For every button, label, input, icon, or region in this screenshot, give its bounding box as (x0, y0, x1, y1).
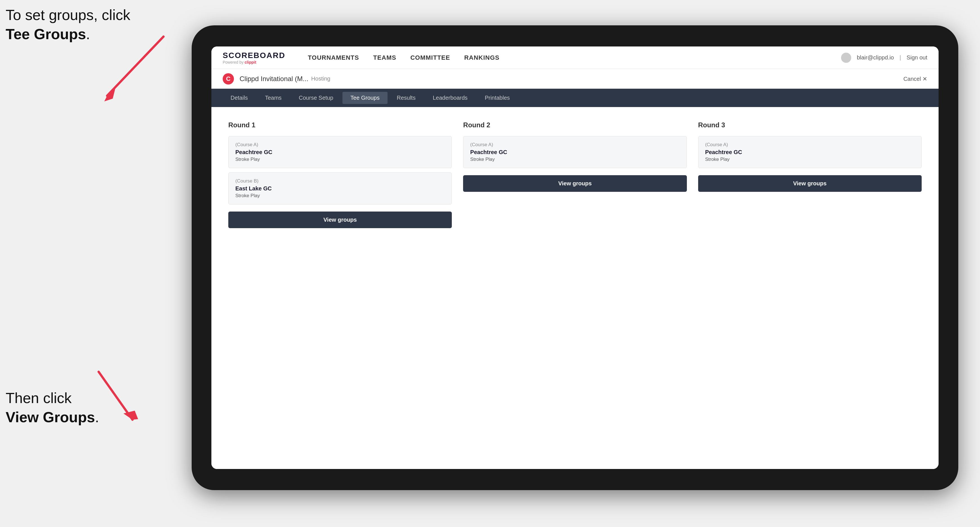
nav-tournaments[interactable]: TOURNAMENTS (308, 54, 359, 61)
round-3-view-groups-button[interactable]: View groups (698, 175, 922, 192)
instruction-top: To set groups, click Tee Groups. (6, 6, 130, 44)
tab-teams[interactable]: Teams (257, 92, 290, 104)
nav-committee[interactable]: COMMITTEE (410, 54, 450, 61)
round-2-course-a-name: Peachtree GC (470, 149, 679, 156)
round-1-column: Round 1 (Course A) Peachtree GC Stroke P… (228, 121, 452, 228)
rounds-container: Round 1 (Course A) Peachtree GC Stroke P… (228, 121, 922, 228)
tablet-shell: SCOREBOARD Powered by clippit TOURNAMENT… (192, 25, 958, 490)
logo-text: SCOREBOARD (223, 51, 285, 60)
logo-sub: Powered by clippit (223, 60, 285, 65)
svg-marker-1 (104, 87, 116, 102)
round-3-course-a-name: Peachtree GC (705, 149, 915, 156)
round-2-course-a-format: Stroke Play (470, 157, 679, 162)
top-nav: SCOREBOARD Powered by clippit TOURNAMENT… (212, 46, 939, 69)
tab-bar: Details Teams Course Setup Tee Groups Re… (212, 89, 939, 107)
tournament-logo: C (223, 73, 234, 84)
round-1-view-groups-button[interactable]: View groups (228, 211, 452, 228)
tournament-name: Clippd Invitational (M... (240, 75, 309, 83)
tab-leaderboards[interactable]: Leaderboards (425, 92, 475, 104)
sign-out-link[interactable]: Sign out (907, 54, 927, 61)
round-3-column: Round 3 (Course A) Peachtree GC Stroke P… (698, 121, 922, 228)
round-3-title: Round 3 (698, 121, 922, 129)
user-email: blair@clippd.io (857, 54, 894, 61)
round-1-course-a-format: Stroke Play (235, 157, 445, 162)
round-1-course-a-name: Peachtree GC (235, 149, 445, 156)
round-2-view-groups-button[interactable]: View groups (463, 175, 687, 192)
arrow-top-indicator (90, 34, 169, 107)
tournament-bar: C Clippd Invitational (M... Hosting Canc… (212, 69, 939, 89)
nav-teams[interactable]: TEAMS (373, 54, 396, 61)
round-3-course-a-label: (Course A) (705, 142, 915, 148)
tab-course-setup[interactable]: Course Setup (291, 92, 341, 104)
svg-marker-3 (124, 411, 138, 420)
round-1-course-b-name: East Lake GC (235, 185, 445, 192)
tab-results[interactable]: Results (389, 92, 424, 104)
tab-details[interactable]: Details (223, 92, 256, 104)
round-2-course-a-card: (Course A) Peachtree GC Stroke Play (463, 136, 687, 168)
svg-line-0 (107, 37, 164, 96)
round-1-course-a-label: (Course A) (235, 142, 445, 148)
tab-printables[interactable]: Printables (477, 92, 518, 104)
round-2-column: Round 2 (Course A) Peachtree GC Stroke P… (463, 121, 687, 228)
nav-right: blair@clippd.io | Sign out (841, 53, 927, 63)
nav-rankings[interactable]: RANKINGS (464, 54, 500, 61)
round-1-course-b-card: (Course B) East Lake GC Stroke Play (228, 172, 452, 205)
tournament-hosting: Hosting (311, 76, 330, 82)
round-3-course-a-card: (Course A) Peachtree GC Stroke Play (698, 136, 922, 168)
main-content: Round 1 (Course A) Peachtree GC Stroke P… (212, 107, 939, 469)
cancel-button[interactable]: Cancel ✕ (903, 76, 927, 82)
round-2-course-a-label: (Course A) (470, 142, 679, 148)
tablet-screen: SCOREBOARD Powered by clippit TOURNAMENT… (212, 46, 939, 469)
round-2-title: Round 2 (463, 121, 687, 129)
round-1-course-b-format: Stroke Play (235, 193, 445, 198)
round-3-course-a-format: Stroke Play (705, 157, 915, 162)
tab-tee-groups[interactable]: Tee Groups (342, 92, 387, 104)
round-1-course-a-card: (Course A) Peachtree GC Stroke Play (228, 136, 452, 168)
user-avatar (841, 53, 851, 63)
round-1-course-b-label: (Course B) (235, 178, 445, 184)
logo-area: SCOREBOARD Powered by clippit (223, 51, 285, 65)
svg-line-2 (99, 372, 132, 420)
round-1-title: Round 1 (228, 121, 452, 129)
instruction-bottom: Then click View Groups. (6, 389, 99, 427)
